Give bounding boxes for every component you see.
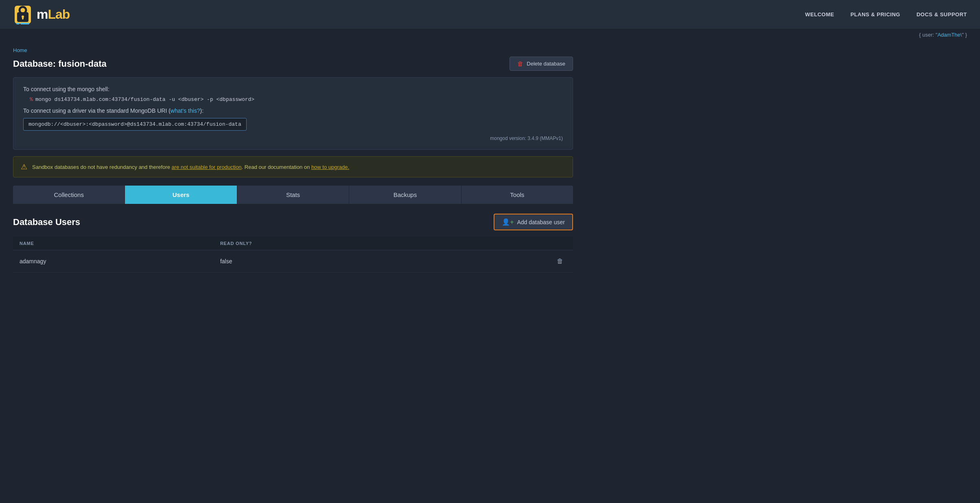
driver-text-end: ): (200, 107, 204, 114)
page-title: Database: fusion-data (13, 59, 107, 69)
prompt-symbol: % (30, 96, 33, 103)
mlab-logo-icon (13, 4, 33, 25)
delete-user-button[interactable]: 🗑 (553, 256, 567, 267)
whats-this-link[interactable]: what's this? (171, 107, 200, 114)
top-nav: mLab WELCOME PLANS & PRICING DOCS & SUPP… (0, 0, 980, 29)
delete-btn-label: Delete database (527, 61, 565, 67)
cell-readonly: false (214, 250, 441, 273)
uri-box[interactable]: mongodb://<dbuser>:<dbpassword>@ds143734… (23, 118, 247, 131)
main-content: Home Database: fusion-data 🗑 Delete data… (0, 40, 586, 286)
cell-actions: 🗑 (441, 250, 573, 273)
nav-welcome[interactable]: WELCOME (805, 11, 834, 17)
logo-area: mLab (13, 4, 70, 25)
warning-icon: ⚠ (21, 162, 27, 171)
tab-collections[interactable]: Collections (13, 186, 125, 204)
breadcrumb-home[interactable]: Home (13, 47, 27, 53)
shell-cmd-text: mongo ds143734.mlab.com:43734/fusion-dat… (35, 96, 254, 103)
table-body: adamnagy false 🗑 (13, 250, 573, 273)
not-suitable-link[interactable]: are not suitable for production (172, 164, 242, 170)
delete-database-button[interactable]: 🗑 Delete database (510, 57, 573, 71)
col-readonly: READ ONLY? (214, 237, 441, 250)
connection-box: To connect using the mongo shell: %mongo… (13, 77, 573, 150)
svg-rect-5 (16, 23, 20, 24)
user-plus-icon: 👤+ (502, 218, 514, 226)
add-user-btn-label: Add database user (517, 219, 565, 225)
col-name: NAME (13, 237, 214, 250)
table-header-row: NAME READ ONLY? (13, 237, 573, 250)
table-head: NAME READ ONLY? (13, 237, 573, 250)
driver-instruction: To connect using a driver via the standa… (23, 107, 563, 114)
trash-icon: 🗑 (517, 60, 523, 67)
warning-text: Sandbox databases do not have redundancy… (32, 164, 349, 170)
shell-instruction: To connect using the mongo shell: (23, 86, 563, 92)
nav-docs[interactable]: DOCS & SUPPORT (917, 11, 967, 17)
nav-links: WELCOME PLANS & PRICING DOCS & SUPPORT (805, 11, 967, 17)
table-row: adamnagy false 🗑 (13, 250, 573, 273)
how-to-upgrade-link[interactable]: how to upgrade. (311, 164, 349, 170)
user-bar: { user: "AdamThe\" } (0, 29, 980, 40)
nav-plans[interactable]: PLANS & PRICING (851, 11, 900, 17)
svg-rect-4 (22, 17, 24, 20)
cell-name: adamnagy (13, 250, 214, 273)
tab-stats[interactable]: Stats (237, 186, 349, 204)
shell-command: %mongo ds143734.mlab.com:43734/fusion-da… (30, 96, 563, 103)
add-database-user-button[interactable]: 👤+ Add database user (494, 214, 573, 230)
username-link[interactable]: AdamThe (937, 32, 960, 38)
svg-rect-6 (20, 23, 29, 24)
users-table: NAME READ ONLY? adamnagy false 🗑 (13, 237, 573, 273)
driver-text: To connect using a driver via the standa… (23, 107, 171, 114)
page-header: Database: fusion-data 🗑 Delete database (13, 57, 573, 71)
tabs: Collections Users Stats Backups Tools (13, 186, 573, 204)
section-header: Database Users 👤+ Add database user (13, 214, 573, 230)
user-suffix: \" } (960, 32, 967, 38)
tab-users[interactable]: Users (125, 186, 237, 204)
mongod-version: mongod version: 3.4.9 (MMAPv1) (23, 136, 563, 141)
warning-box: ⚠ Sandbox databases do not have redundan… (13, 156, 573, 177)
tab-backups[interactable]: Backups (349, 186, 461, 204)
logo-text: mLab (37, 7, 70, 22)
user-prefix: { user: " (919, 32, 937, 38)
breadcrumb: Home (13, 47, 573, 53)
col-actions (441, 237, 573, 250)
section-title: Database Users (13, 217, 80, 227)
tab-tools[interactable]: Tools (462, 186, 573, 204)
